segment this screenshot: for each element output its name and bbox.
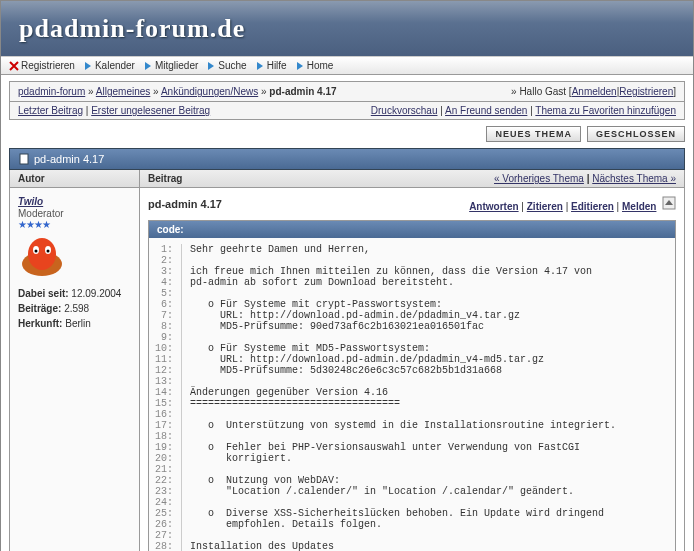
site-title: pdadmin-forum.de	[19, 14, 245, 44]
breadcrumb: pdadmin-forum » Allgemeines » Ankündigun…	[18, 86, 337, 97]
post-title: pd-admin 4.17	[148, 198, 222, 210]
add-favorite-link[interactable]: Thema zu Favoriten hinzufügen	[535, 105, 676, 116]
code-block: code: 1: 2: 3: 4: 5: 6: 7: 8: 9: 10: 11:…	[148, 220, 676, 551]
quote-link[interactable]: Zitieren	[527, 201, 563, 212]
breadcrumb-bar: pdadmin-forum » Allgemeines » Ankündigun…	[9, 81, 685, 102]
svg-rect-0	[20, 154, 28, 164]
author-info: Dabei seit: 12.09.2004 Beiträge: 2.598 H…	[18, 286, 131, 331]
nav-registrieren[interactable]: Registrieren	[9, 60, 75, 71]
col-message: Beitrag	[148, 173, 182, 184]
report-link[interactable]: Melden	[622, 201, 656, 212]
send-friend-link[interactable]: An Freund senden	[445, 105, 527, 116]
breadcrumb-link[interactable]: Allgemeines	[96, 86, 150, 97]
line-numbers: 1: 2: 3: 4: 5: 6: 7: 8: 9: 10: 11: 12: 1…	[155, 244, 182, 551]
rank-stars: ★★★★	[18, 219, 131, 230]
breadcrumb-current: pd-admin 4.17	[269, 86, 336, 97]
code-header: code:	[149, 221, 675, 238]
author-name[interactable]: Twilo	[18, 196, 43, 207]
nav-mitglieder[interactable]: Mitglieder	[143, 60, 198, 71]
topic-buttons: NEUES THEMA GESCHLOSSEN	[9, 126, 685, 142]
prev-topic-link[interactable]: « Vorheriges Thema	[494, 173, 584, 184]
author-panel: Twilo Moderator ★★★★ Dabei seit: 12.09.2…	[10, 188, 140, 551]
svg-point-5	[35, 250, 38, 253]
guest-greeting: » Hallo Gast [Anmelden|Registrieren]	[511, 86, 676, 97]
new-topic-button[interactable]: NEUES THEMA	[486, 126, 581, 142]
edit-link[interactable]: Editieren	[571, 201, 614, 212]
post-row: Twilo Moderator ★★★★ Dabei seit: 12.09.2…	[9, 188, 685, 551]
nav-home[interactable]: Home	[295, 60, 334, 71]
last-post-link[interactable]: Letzter Beitrag	[18, 105, 83, 116]
first-unread-link[interactable]: Erster ungelesener Beitrag	[91, 105, 210, 116]
closed-button[interactable]: GESCHLOSSEN	[587, 126, 685, 142]
svg-point-6	[47, 250, 50, 253]
nav-kalender[interactable]: Kalender	[83, 60, 135, 71]
code-content: Sehr geehrte Damen und Herren, ich freue…	[182, 244, 616, 551]
login-link[interactable]: Anmelden	[572, 86, 617, 97]
col-author: Autor	[10, 170, 140, 187]
next-topic-link[interactable]: Nächstes Thema »	[592, 173, 676, 184]
site-header: pdadmin-forum.de	[1, 1, 693, 56]
print-preview-link[interactable]: Druckvorschau	[371, 105, 438, 116]
main-nav: Registrieren Kalender Mitglieder Suche H…	[1, 56, 693, 75]
post-body: pd-admin 4.17 Antworten | Zitieren | Edi…	[140, 188, 684, 551]
scroll-top-icon[interactable]	[662, 196, 676, 210]
author-rank: Moderator	[18, 208, 131, 219]
nav-hilfe[interactable]: Hilfe	[255, 60, 287, 71]
post-actions: Antworten | Zitieren | Editieren | Melde…	[469, 196, 676, 212]
table-header: Autor Beitrag « Vorheriges Thema | Nächs…	[9, 170, 685, 188]
register-link[interactable]: Registrieren	[619, 86, 673, 97]
svg-point-2	[28, 238, 56, 270]
breadcrumb-link[interactable]: pdadmin-forum	[18, 86, 85, 97]
nav-suche[interactable]: Suche	[206, 60, 246, 71]
breadcrumb-link[interactable]: Ankündigungen/News	[161, 86, 258, 97]
reply-link[interactable]: Antworten	[469, 201, 518, 212]
document-icon	[18, 153, 30, 165]
topic-title-bar: pd-admin 4.17	[9, 148, 685, 170]
subbar: Letzter Beitrag | Erster ungelesener Bei…	[9, 102, 685, 120]
avatar	[18, 236, 131, 280]
